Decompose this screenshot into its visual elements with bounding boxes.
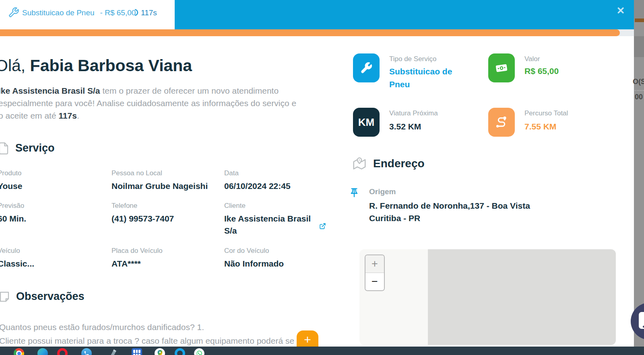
wrench-icon <box>8 7 19 20</box>
pushpin-icon <box>349 187 360 202</box>
timer-progress-fill <box>0 29 620 36</box>
header-title: Substituicao de Pneu- R$ 65,00 <box>22 8 136 17</box>
chat-fab[interactable] <box>631 303 644 340</box>
document-icon <box>0 142 10 157</box>
zoom-out-button[interactable]: − <box>365 273 384 290</box>
page-title: Olá, Fabia Barbosa Viana <box>0 56 192 75</box>
files-app-icon[interactable] <box>108 348 118 355</box>
intro-company: Ike Assistencia Brasil S/a <box>0 86 100 95</box>
background-dotted-divider <box>635 90 644 91</box>
card-label: Tipo de Serviço <box>389 55 436 63</box>
field-value: Classic... <box>0 258 34 270</box>
map-canvas[interactable] <box>359 249 616 345</box>
origem-label: Origem <box>369 187 396 196</box>
field-value-cliente: Ike Assistencia Brasil S/a <box>224 213 312 237</box>
header-service-name: Substituicao de Pneu <box>22 8 95 17</box>
calculator-icon[interactable] <box>132 348 142 355</box>
whatsapp-icon[interactable] <box>194 348 204 355</box>
section-title-servico: Serviço <box>15 142 55 154</box>
field-value: 60 Min. <box>0 213 26 225</box>
section-title-observacoes: Observações <box>16 290 85 303</box>
intro-paragraph: Ike Assistencia Brasil S/a tem o prazer … <box>0 84 303 122</box>
greeting-prefix: Olá, <box>0 56 30 75</box>
timer-progress-track <box>0 29 634 36</box>
map-icon <box>352 156 367 172</box>
card-value: 3.52 KM <box>389 121 421 133</box>
map-zoom-control: + − <box>365 254 385 291</box>
wrench-icon <box>353 53 380 82</box>
field-label: Previsão <box>0 202 24 210</box>
km-badge: KM <box>353 108 380 137</box>
origem-address-line1: R. Fernando de Noronha,137 - Boa Vista <box>369 199 530 212</box>
background-band <box>634 36 644 57</box>
field-value: Não Informado <box>224 258 284 270</box>
field-label: Cor do Veículo <box>224 247 269 255</box>
screen: Substituicao de Pneu- R$ 65,00 117s ✕ Ol… <box>0 0 644 355</box>
card-label: Valor <box>524 55 540 63</box>
observation-line: Quantos pneus estão furados/murchos dani… <box>0 322 204 332</box>
zoom-in-button[interactable]: + <box>365 255 384 273</box>
background-text-fragment: O(S <box>633 78 644 86</box>
taskbar <box>0 347 644 355</box>
customer-name: Fabia Barbosa Viana <box>30 56 192 75</box>
background-band <box>634 0 644 18</box>
external-link-icon[interactable] <box>319 223 326 231</box>
field-label: Cliente <box>224 202 246 210</box>
countdown-text: 117s <box>141 8 157 17</box>
field-value: ATA**** <box>111 258 141 270</box>
background-orange-element <box>635 18 644 22</box>
close-icon[interactable]: ✕ <box>615 5 626 16</box>
field-value: (41) 99573-7407 <box>111 213 174 225</box>
edge-icon[interactable] <box>37 348 48 355</box>
banknote-icon <box>488 53 515 82</box>
field-value: Noilmar Grube Nageishi <box>111 180 208 192</box>
field-label: Placa do Veículo <box>111 247 163 255</box>
route-icon <box>488 108 515 137</box>
google-maps-icon[interactable] <box>155 348 165 355</box>
field-label: Data <box>224 169 239 177</box>
card-value: Substituicao de Pneu <box>389 65 460 91</box>
card-label: Viatura Próxima <box>389 109 438 117</box>
opera-icon[interactable] <box>57 348 68 355</box>
chrome-icon[interactable] <box>14 348 24 355</box>
field-value: Youse <box>0 180 22 192</box>
field-label: Veículo <box>0 247 20 255</box>
opera-blue-icon[interactable] <box>175 348 185 355</box>
header-blue-bar <box>175 0 634 29</box>
section-title-endereco: Endereço <box>373 157 425 170</box>
map-area <box>428 249 616 345</box>
field-label: Produto <box>0 169 22 177</box>
header-price: - R$ 65,00 <box>100 8 136 17</box>
background-text-fragment: 00 <box>635 93 643 101</box>
dimmed-background-strip: O(S 00 <box>634 0 644 347</box>
field-label: Pessoa no Local <box>111 169 162 177</box>
intro-timer: 117s <box>58 111 77 120</box>
phone-app-icon[interactable] <box>81 348 92 355</box>
card-value: 7.55 KM <box>524 121 556 133</box>
countdown-arc-icon <box>133 9 140 18</box>
origem-address-line2: Curitiba - PR <box>369 212 420 224</box>
card-value: R$ 65,00 <box>524 65 559 77</box>
field-value: 06/10/2024 22:45 <box>224 180 291 192</box>
note-icon <box>0 290 10 305</box>
field-label: Telefone <box>111 202 137 210</box>
observation-line: Cliente possui material para a troca ? c… <box>0 336 294 346</box>
card-label: Percurso Total <box>524 109 568 117</box>
